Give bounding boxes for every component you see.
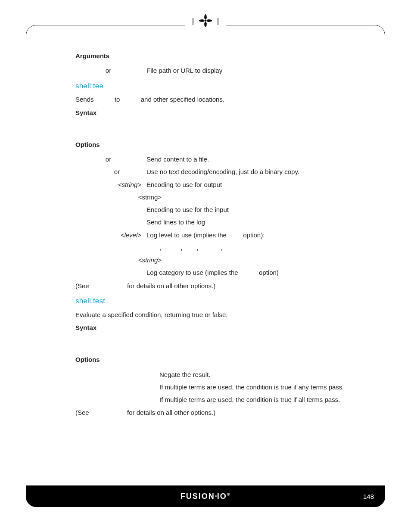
header-logo-wrap bbox=[185, 13, 226, 30]
argument-flag: or bbox=[75, 66, 146, 75]
argument-row: or File path or URL to display bbox=[75, 66, 368, 75]
tee-options-heading: Options bbox=[75, 140, 368, 149]
tee-option-row: , , , , bbox=[75, 243, 368, 252]
tee-option-row: <string> Encoding to use for output bbox=[75, 180, 368, 189]
test-see-note: (See for details on all other options.) bbox=[75, 408, 368, 417]
shell-test-heading: shell:test bbox=[75, 296, 368, 306]
test-options-heading: Options bbox=[75, 355, 368, 364]
option-flag-text: or bbox=[114, 168, 120, 176]
option-flag: <string> bbox=[75, 256, 162, 264]
test-option-row: If multiple terms are used, the conditio… bbox=[75, 395, 368, 404]
option-desc: Encoding to use for output bbox=[146, 180, 368, 189]
argument-flag-text: or bbox=[106, 66, 111, 75]
tee-option-row: <string> bbox=[75, 256, 368, 264]
see-b: for details on all other options.) bbox=[127, 409, 215, 416]
arguments-heading: Arguments bbox=[75, 52, 368, 60]
option-flag: or bbox=[75, 155, 146, 164]
footer-brand-logo: FUSiON·iO® bbox=[181, 492, 231, 501]
tee-syntax-block bbox=[75, 123, 368, 136]
tee-option-row: Send lines to the log bbox=[75, 218, 368, 227]
option-desc: Send content to a file. bbox=[146, 155, 368, 164]
shell-tee-intro: Sends to and other specified locations. bbox=[75, 95, 368, 104]
option-flag: <string> bbox=[75, 193, 162, 202]
rule-tick-right bbox=[218, 18, 218, 25]
option-flag: or bbox=[75, 168, 146, 176]
content-area: Arguments or File path or URL to display… bbox=[75, 47, 368, 422]
option-flag-text: <level> bbox=[121, 231, 141, 240]
option-desc: , , , , bbox=[146, 243, 368, 252]
page-number: 148 bbox=[363, 493, 374, 500]
tee-see-note: (See for details on all other options.) bbox=[75, 282, 368, 290]
option-desc-b: option): bbox=[243, 231, 265, 239]
see-b: for details on all other options.) bbox=[127, 282, 215, 289]
see-a: (See bbox=[75, 409, 89, 416]
option-flag-text: <string> bbox=[138, 193, 162, 202]
argument-desc: File path or URL to display bbox=[146, 66, 368, 75]
test-option-row: Negate the result. bbox=[75, 370, 368, 379]
shell-test-intro: Evaluate a specified condition, returnin… bbox=[75, 311, 368, 319]
option-desc-a: Log category to use (implies the bbox=[146, 269, 238, 276]
option-desc: Log category to use (implies the option) bbox=[146, 268, 368, 277]
option-flag-text: <string> bbox=[118, 180, 141, 189]
tee-option-row: Log category to use (implies the option) bbox=[75, 268, 368, 277]
test-syntax-heading: Syntax bbox=[75, 324, 368, 332]
test-option-row: If multiple terms are used, the conditio… bbox=[75, 383, 368, 392]
option-desc: If multiple terms are used, the conditio… bbox=[159, 395, 368, 404]
brand-icon bbox=[198, 13, 213, 30]
rule-tick-left bbox=[193, 18, 193, 25]
page: Arguments or File path or URL to display… bbox=[0, 0, 411, 532]
option-desc: Negate the result. bbox=[159, 370, 368, 379]
option-desc: If multiple terms are used, the conditio… bbox=[159, 383, 368, 392]
option-desc: Log level to use (implies the option): bbox=[146, 231, 368, 240]
option-desc: Send lines to the log bbox=[146, 218, 368, 227]
option-desc: Encoding to use for the input bbox=[146, 205, 368, 214]
tee-option-row: or Use no text decoding/encoding; just d… bbox=[75, 168, 368, 176]
tee-intro-a: Sends bbox=[75, 96, 94, 103]
option-flag: <string> bbox=[75, 180, 146, 189]
option-desc-a: Log level to use (implies the bbox=[146, 231, 227, 239]
shell-tee-heading: shell:tee bbox=[75, 81, 368, 91]
option-flag-text: <string> bbox=[138, 256, 162, 264]
tee-option-row: or Send content to a file. bbox=[75, 155, 368, 164]
test-syntax-block bbox=[75, 338, 368, 351]
tee-option-row: <string> bbox=[75, 193, 368, 202]
see-a: (See bbox=[75, 282, 89, 289]
option-flag-text: or bbox=[106, 155, 111, 164]
tee-intro-c: and other specified locations. bbox=[141, 96, 224, 103]
footer-bar: FUSiON·iO® 148 bbox=[26, 485, 385, 507]
option-desc-b: option) bbox=[259, 269, 279, 276]
tee-intro-b: to bbox=[115, 96, 120, 103]
tee-option-row: Encoding to use for the input bbox=[75, 205, 368, 214]
tee-option-row: <level> Log level to use (implies the op… bbox=[75, 231, 368, 240]
option-flag: <level> bbox=[75, 231, 146, 240]
option-desc: Use no text decoding/encoding; just do a… bbox=[146, 168, 368, 176]
tee-syntax-heading: Syntax bbox=[75, 109, 368, 117]
svg-point-0 bbox=[205, 20, 206, 22]
